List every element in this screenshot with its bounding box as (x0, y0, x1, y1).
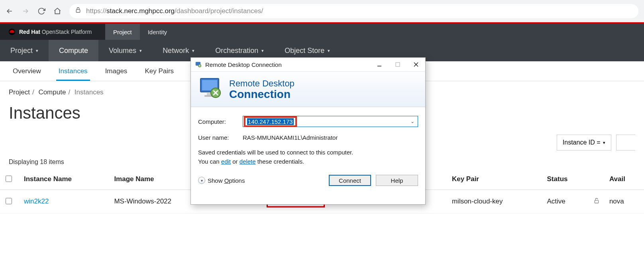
computer-label: Computer: (198, 118, 240, 125)
reload-button[interactable] (35, 5, 48, 18)
url-protocol: https:// (86, 7, 106, 15)
subnav-images[interactable]: Images (96, 61, 136, 81)
connect-button[interactable]: Connect (329, 175, 371, 186)
col-status: Status (543, 169, 589, 190)
col-availability: Avail (605, 169, 644, 190)
username-label: User name: (198, 134, 240, 141)
username-value: RAS-MMUNAKAMI1L\Administrator (243, 134, 338, 141)
brand-logo-area[interactable]: Red Hat OpenStack Platform (0, 24, 105, 40)
masthead: Red Hat OpenStack Platform Project Ident… (0, 24, 644, 40)
breadcrumb-current: Instances (75, 88, 104, 96)
browser-toolbar: https://stack.nerc.mghpcc.org/dashboard/… (0, 0, 644, 22)
filter-value-input[interactable] (616, 135, 635, 150)
brand-bold: Red Hat (19, 29, 40, 35)
maximize-button[interactable] (389, 59, 407, 70)
chevron-down-icon: ▾ (328, 48, 330, 53)
delete-credentials-link[interactable]: delete (240, 158, 256, 165)
rdp-dialog: Remote Desktop Connection (190, 57, 426, 205)
edit-credentials-link[interactable]: edit (221, 158, 231, 165)
key-pair: milson-cloud-key (448, 190, 543, 213)
forward-button[interactable] (19, 5, 32, 18)
rdp-title-text: Remote Desktop Connection (205, 61, 282, 68)
rdp-header-line1: Remote Desktop (229, 78, 295, 89)
row-checkbox[interactable] (6, 198, 12, 204)
expand-down-icon: ▾ (198, 177, 205, 184)
saved-creds-note: Saved credentials will be used to connec… (198, 148, 418, 166)
unlock-icon (593, 198, 600, 205)
caret-down-icon: ▾ (603, 140, 605, 145)
instance-name-link[interactable]: win2k22 (24, 197, 49, 205)
subnav-key-pairs[interactable]: Key Pairs (136, 61, 183, 81)
col-instance-name: Instance Name (20, 169, 110, 190)
show-options-toggle[interactable]: ▾ Show Options (198, 177, 245, 184)
col-key-pair: Key Pair (448, 169, 543, 190)
rdp-icon (195, 61, 202, 68)
home-button[interactable] (51, 5, 64, 18)
chevron-down-icon: ▾ (139, 48, 142, 53)
minimize-button[interactable] (370, 59, 389, 70)
top-tab-identity[interactable]: Identity (140, 24, 175, 40)
breadcrumb-item[interactable]: Compute (38, 88, 66, 96)
nav-compute[interactable]: Compute (49, 40, 98, 61)
status: Active (543, 190, 589, 213)
url-bar[interactable]: https://stack.nerc.mghpcc.org/dashboard/… (69, 4, 638, 18)
rdp-monitor-icon (198, 77, 224, 102)
filter-field-dropdown[interactable]: Instance ID = ▾ (557, 135, 611, 150)
rdp-header: Remote Desktop Connection (191, 71, 425, 107)
nav-project[interactable]: Project▾ (0, 40, 49, 61)
brand-light: OpenStack Platform (42, 29, 92, 35)
close-button[interactable] (407, 59, 425, 70)
back-button[interactable] (3, 5, 16, 18)
availability-zone: nova (605, 190, 644, 213)
chevron-down-icon: ▾ (36, 48, 38, 53)
chevron-down-icon: ▾ (192, 48, 194, 53)
redhat-icon (8, 28, 16, 36)
help-button[interactable]: Help (376, 175, 418, 186)
rdp-header-line2: Connection (229, 89, 295, 100)
nav-volumes[interactable]: Volumes▾ (98, 40, 152, 61)
rdp-titlebar[interactable]: Remote Desktop Connection (191, 58, 425, 71)
svg-rect-0 (76, 10, 80, 12)
subnav-overview[interactable]: Overview (4, 61, 50, 81)
lock-icon (75, 7, 81, 15)
computer-value: 140.247.152.173 (247, 118, 294, 125)
svg-rect-2 (595, 200, 598, 203)
url-host: stack.nerc.mghpcc.org (106, 7, 175, 15)
computer-combo[interactable]: 140.247.152.173 ⌄ (243, 116, 418, 127)
url-path: /dashboard/project/instances/ (175, 7, 263, 15)
chevron-down-icon[interactable]: ⌄ (410, 119, 414, 124)
top-tab-project[interactable]: Project (105, 24, 140, 40)
chevron-down-icon: ▾ (261, 48, 264, 53)
select-all-checkbox[interactable] (6, 176, 12, 182)
breadcrumb-item[interactable]: Project (9, 88, 30, 96)
subnav-instances[interactable]: Instances (50, 61, 96, 81)
computer-value-redbox: 140.247.152.173 (244, 116, 297, 127)
svg-rect-5 (396, 63, 400, 66)
